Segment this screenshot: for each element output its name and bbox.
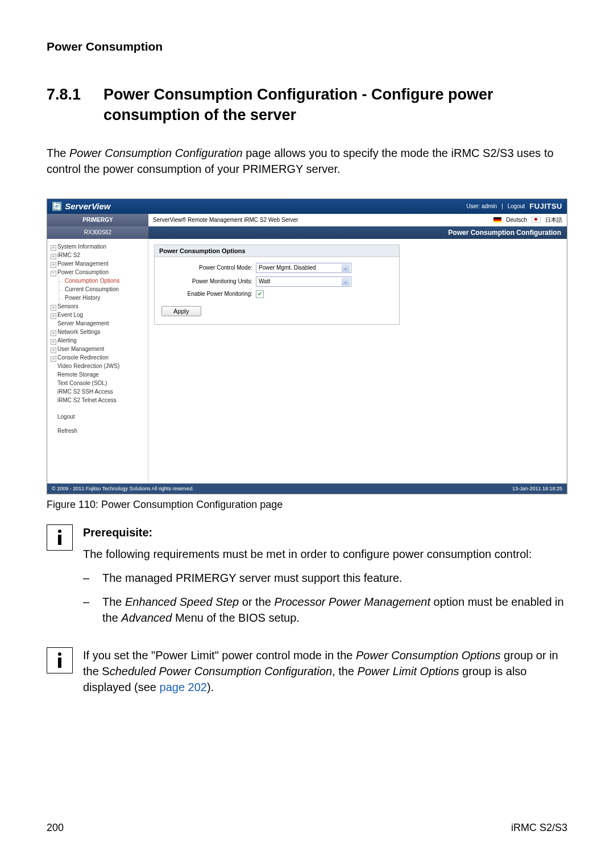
select-input[interactable]: Power Mgmt. Disabled⌄ <box>256 263 351 273</box>
sidebar-item[interactable]: User Management <box>51 345 146 353</box>
user-label: User: admin <box>466 203 497 209</box>
sidebar-item[interactable]: System Information <box>51 242 146 251</box>
page-link[interactable]: page 202 <box>160 681 207 693</box>
lang-jp-link[interactable]: 日本語 <box>545 216 562 224</box>
sidebar-item[interactable]: Console Redirection <box>51 353 146 362</box>
text: , the <box>332 665 357 677</box>
text: The <box>102 596 125 608</box>
sidebar-item[interactable]: iRMC S2 SSH Access <box>51 387 146 396</box>
text: Menu of the BIOS setup. <box>172 611 300 624</box>
italic-term: Processor Power Management <box>274 596 430 608</box>
form-label: Power Monitoring Units: <box>161 278 256 284</box>
section-title-text: Power Consumption Configuration - Config… <box>103 84 567 126</box>
content-area: Power Consumption Options Power Control … <box>148 239 567 483</box>
section-heading: 7.8.1 Power Consumption Configuration - … <box>47 84 567 126</box>
sidebar-item[interactable]: Power Management <box>51 259 146 268</box>
form-row: Power Monitoring Units:Watt⌄ <box>161 276 392 287</box>
options-panel: Power Consumption Options Power Control … <box>154 245 400 325</box>
page-title: Power Consumption Configuration <box>148 226 567 239</box>
prereq-item: – The Enhanced Speed Step or the Process… <box>83 594 567 626</box>
chevron-down-icon: ⌄ <box>342 264 350 272</box>
logout-link[interactable]: Logout <box>508 203 525 209</box>
server-name: RX300S62 <box>47 226 148 239</box>
intro-paragraph: The Power Consumption Configuration page… <box>47 145 567 177</box>
app-topbar: 🔄 ServerView User: admin | Logout FUJITS… <box>47 199 567 214</box>
info-icon <box>47 524 73 551</box>
form-row: Enable Power Monitoring:✔ <box>161 290 392 298</box>
sidebar-item[interactable]: iRMC S2 Telnet Access <box>51 396 146 404</box>
sidebar-item[interactable]: Video Redirection (JWS) <box>51 362 146 370</box>
flag-de-icon <box>493 217 501 222</box>
flag-jp-icon <box>532 217 541 223</box>
sidebar-subitem[interactable]: Power History <box>59 294 146 302</box>
intro-italic: Power Consumption Configuration <box>69 147 243 159</box>
italic-term: Power Limit Options <box>358 665 459 677</box>
note-paragraph: If you set the "Power Limit" power contr… <box>83 647 567 695</box>
apply-button[interactable]: Apply <box>161 306 201 316</box>
sidebar-item[interactable]: Network Settings <box>51 328 146 336</box>
italic-term: cheduled Power Consumption Configuration <box>110 665 332 677</box>
timestamp: 13-Jan-2011 16:18:25 <box>512 486 562 491</box>
sidebar-subitem[interactable]: Consumption Options <box>59 276 146 285</box>
text: ). <box>207 681 214 693</box>
page-number: 200 <box>47 822 64 834</box>
form-label: Enable Power Monitoring: <box>161 291 256 297</box>
figure-screenshot: 🔄 ServerView User: admin | Logout FUJITS… <box>47 199 567 494</box>
text: or the <box>239 596 274 608</box>
page-subtitle: ServerView® Remote Management iRMC S2 We… <box>153 217 298 223</box>
form-row: Power Control Mode:Power Mgmt. Disabled⌄ <box>161 263 392 273</box>
info-icon <box>47 647 73 673</box>
figure-caption: Figure 110: Power Consumption Configurat… <box>47 499 567 511</box>
prereq-heading: Prerequisite: <box>83 524 567 540</box>
sidebar-item[interactable]: Remote Storage <box>51 370 146 379</box>
sidebar-item[interactable]: Server Management <box>51 319 146 328</box>
text: The <box>47 147 69 159</box>
prereq-intro: The following requirements must be met i… <box>83 546 567 562</box>
italic-term: Power Consumption Options <box>356 649 501 662</box>
text: The managed PRIMERGY server must support… <box>102 570 403 586</box>
lang-de-link[interactable]: Deutsch <box>506 217 527 223</box>
product-label: PRIMERGY <box>47 214 148 226</box>
sidebar-item[interactable]: Power Consumption <box>51 268 146 276</box>
italic-term: Enhanced Speed Step <box>125 596 239 608</box>
select-input[interactable]: Watt⌄ <box>256 276 351 287</box>
sidebar-item[interactable]: iRMC S2 <box>51 251 146 259</box>
sidebar-refresh[interactable]: Refresh <box>51 427 146 435</box>
sidebar-item[interactable]: Alerting <box>51 336 146 345</box>
checkbox-input[interactable]: ✔ <box>256 290 264 298</box>
separator: | <box>501 203 503 209</box>
running-head: Power Consumption <box>47 40 567 53</box>
sidebar-item[interactable]: Event Log <box>51 311 146 319</box>
vendor-logo: FUJITSU <box>529 202 562 210</box>
form-label: Power Control Mode: <box>161 264 256 271</box>
italic-term: Advanced <box>121 611 172 624</box>
brand-logo: 🔄 ServerView <box>52 201 111 212</box>
chevron-down-icon: ⌄ <box>342 278 350 286</box>
section-number: 7.8.1 <box>47 84 103 126</box>
sidebar-item[interactable]: Sensors <box>51 302 146 311</box>
sidebar-nav: System InformationiRMC S2Power Managemen… <box>47 239 148 483</box>
text: If you set the "Power Limit" power contr… <box>83 649 356 662</box>
sidebar-item[interactable]: Text Console (SOL) <box>51 379 146 387</box>
sidebar-logout[interactable]: Logout <box>51 412 146 421</box>
prereq-item: – The managed PRIMERGY server must suppo… <box>83 570 567 586</box>
copyright: © 2009 - 2011 Fujitsu Technology Solutio… <box>52 486 194 491</box>
panel-title: Power Consumption Options <box>155 245 399 257</box>
sidebar-subitem[interactable]: Current Consumption <box>59 285 146 294</box>
footer-right: iRMC S2/S3 <box>511 822 567 834</box>
